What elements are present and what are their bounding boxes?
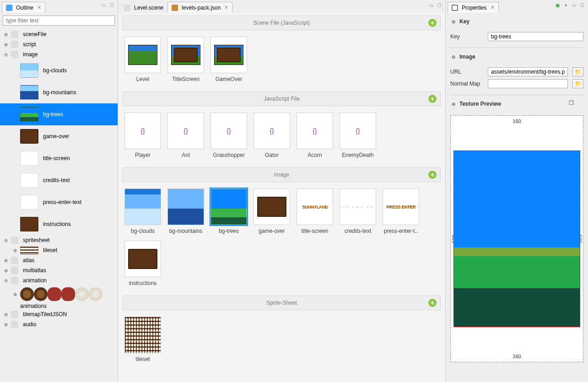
minimize-icon[interactable]: ▭: [571, 2, 577, 8]
preview-width-top: 160: [512, 118, 521, 124]
expand-icon[interactable]: [3, 311, 9, 317]
card-acorn[interactable]: {}Acorn: [297, 113, 333, 158]
tree-label: multiatlas: [23, 267, 46, 274]
close-icon[interactable]: ✕: [224, 5, 228, 11]
card-tileset[interactable]: tileset: [124, 317, 161, 362]
card-label: title-screen: [302, 228, 329, 234]
card-instructions[interactable]: instructions: [124, 241, 161, 286]
card-bg-mountains[interactable]: bg-mountains: [167, 188, 204, 234]
thumb-icon: [20, 85, 38, 100]
expand-icon[interactable]: [3, 257, 9, 264]
close-icon[interactable]: ✕: [491, 5, 495, 11]
card-ant[interactable]: {}Ant: [167, 113, 204, 158]
card-label: Level: [136, 76, 150, 82]
tree-node-scenefile[interactable]: sceneFile: [0, 29, 118, 39]
collapse-icon[interactable]: [450, 101, 457, 107]
expand-icon[interactable]: [3, 31, 9, 38]
tab-level-scene[interactable]: Level.scene: [120, 2, 167, 13]
collapse-icon[interactable]: [450, 54, 457, 60]
card-label: bg-mountains: [169, 228, 203, 234]
tree-node-title-screen[interactable]: title-screen: [0, 147, 118, 169]
tree-node-tileset[interactable]: tileset: [0, 245, 118, 255]
card-gameover[interactable]: GameOver: [210, 37, 247, 82]
card-titlescreen[interactable]: TitleScreen: [167, 37, 204, 82]
key-input[interactable]: [488, 32, 583, 41]
normal-input[interactable]: [488, 79, 568, 88]
expand-icon[interactable]: [3, 321, 9, 328]
card-press-enter[interactable]: press-enter-t..: [383, 188, 419, 234]
normal-label: Normal Map: [450, 81, 483, 87]
menu-icon[interactable]: ▾: [562, 2, 569, 8]
expand-icon[interactable]: [3, 267, 9, 274]
minimize-icon[interactable]: ▭: [100, 2, 107, 8]
card-label: GameOver: [216, 76, 243, 82]
tree-node-multiatlas[interactable]: multiatlas: [0, 265, 118, 275]
thumb-icon: [20, 63, 38, 78]
tree-node-bg-mountains[interactable]: bg-mountains: [0, 81, 118, 103]
tree-label: image: [23, 51, 38, 58]
collapse-icon[interactable]: [3, 237, 9, 243]
card-level[interactable]: Level: [124, 37, 161, 82]
card-player[interactable]: {}Player: [124, 113, 161, 158]
outline-tree: sceneFile script image bg-clouds bg-moun…: [0, 28, 118, 382]
card-thumb: [124, 241, 161, 277]
tab-levels-pack[interactable]: levels-pack.json ✕: [167, 2, 232, 13]
add-button[interactable]: +: [428, 299, 437, 307]
card-credits-text[interactable]: credits-text: [340, 188, 376, 234]
expand-icon[interactable]: [3, 41, 9, 48]
section-spritesheet: Sprite-Sheet + tileset: [123, 296, 441, 369]
card-bg-trees[interactable]: bg-trees: [210, 188, 247, 234]
card-bg-clouds[interactable]: bg-clouds: [124, 188, 161, 234]
card-label: Grasshopper: [213, 152, 244, 158]
expand-icon[interactable]: [12, 247, 18, 253]
maximize-icon[interactable]: ☐: [436, 2, 442, 8]
add-button[interactable]: +: [428, 19, 437, 27]
tree-node-tilemap[interactable]: tilemapTiledJSON: [0, 309, 118, 319]
minimize-icon[interactable]: ▭: [428, 2, 434, 8]
section-title: Image: [274, 172, 289, 178]
tree-node-image[interactable]: image: [0, 49, 118, 59]
tree-node-instructions[interactable]: instructions: [0, 213, 118, 235]
thumb-icon: [20, 151, 38, 166]
card-label: bg-clouds: [131, 228, 155, 234]
properties-tab[interactable]: Properties ✕: [448, 2, 499, 13]
card-title-screen[interactable]: title-screen: [297, 188, 333, 234]
maximize-icon[interactable]: ☐: [579, 2, 585, 8]
maximize-icon[interactable]: ☐: [108, 2, 115, 8]
collapse-icon[interactable]: [3, 277, 9, 284]
card-enemydeath[interactable]: {}EnemyDeath: [340, 113, 376, 158]
card-game-over[interactable]: game-over: [254, 188, 290, 234]
tree-node-bg-clouds[interactable]: bg-clouds: [0, 59, 118, 81]
tree-node-press-enter[interactable]: press-enter-text: [0, 191, 118, 213]
tree-node-animations[interactable]: animations: [0, 285, 118, 309]
close-icon[interactable]: ✕: [37, 5, 41, 11]
tree-node-audio[interactable]: audio: [0, 319, 118, 329]
grid-spritesheet: tileset: [123, 310, 441, 369]
new-icon[interactable]: ▣: [554, 2, 561, 8]
card-grasshopper[interactable]: {}Grasshopper: [210, 113, 247, 158]
card-thumb: [210, 37, 247, 73]
add-button[interactable]: +: [428, 95, 437, 103]
browse-button[interactable]: 📁: [572, 79, 583, 88]
settings-icon[interactable]: ❐: [569, 100, 577, 108]
card-thumb: [254, 188, 290, 225]
collapse-icon[interactable]: [3, 51, 9, 58]
add-button[interactable]: +: [428, 171, 437, 179]
url-input[interactable]: [488, 67, 568, 76]
tab-label: Level.scene: [134, 5, 163, 11]
tree-node-game-over[interactable]: game-over: [0, 125, 118, 147]
expand-icon[interactable]: [12, 291, 18, 297]
browse-button[interactable]: 📁: [572, 67, 583, 76]
tree-label: press-enter-text: [43, 199, 81, 205]
tree-node-script[interactable]: script: [0, 39, 118, 49]
outline-tab[interactable]: Outline ✕: [2, 2, 45, 13]
tree-node-bg-trees[interactable]: bg-trees: [0, 103, 118, 125]
tree-node-credits-text[interactable]: credits-text: [0, 169, 118, 191]
card-gator[interactable]: {}Gator: [254, 113, 290, 158]
card-thumb: [297, 188, 333, 225]
tree-node-animation[interactable]: animation: [0, 275, 118, 285]
collapse-icon[interactable]: [450, 18, 457, 25]
filter-input[interactable]: [3, 16, 115, 26]
tree-node-atlas[interactable]: atlas: [0, 255, 118, 265]
tree-node-spritesheet[interactable]: spritesheet: [0, 235, 118, 245]
